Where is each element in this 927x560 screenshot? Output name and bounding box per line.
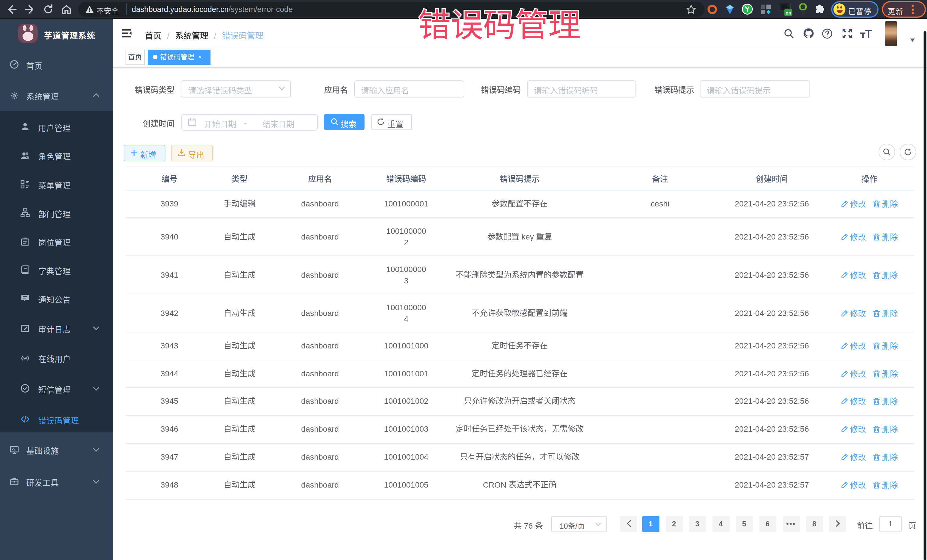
svg-text:on: on [786, 11, 791, 15]
